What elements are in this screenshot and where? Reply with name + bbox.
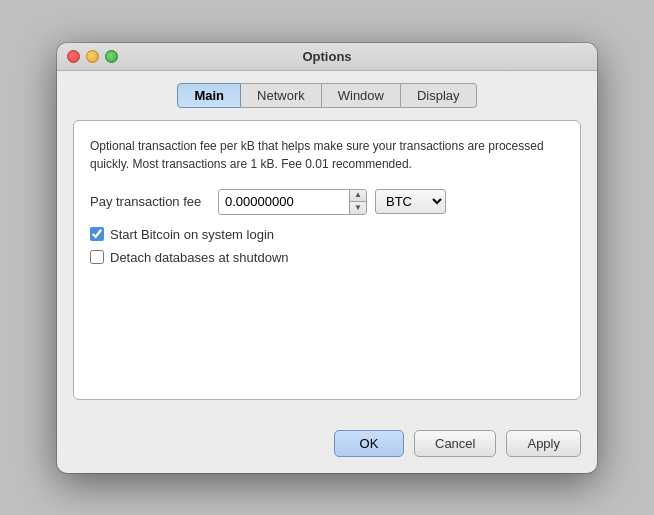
traffic-lights <box>67 50 118 63</box>
apply-button[interactable]: Apply <box>506 430 581 457</box>
tab-bar: Main Network Window Display <box>73 83 581 108</box>
tab-main[interactable]: Main <box>177 83 241 108</box>
close-button[interactable] <box>67 50 80 63</box>
start-login-label: Start Bitcoin on system login <box>110 227 274 242</box>
fee-spinner: ▲ ▼ <box>349 190 366 214</box>
description-text: Optional transaction fee per kB that hel… <box>90 137 564 173</box>
tab-display[interactable]: Display <box>401 83 477 108</box>
detach-db-label: Detach databases at shutdown <box>110 250 289 265</box>
fee-input[interactable] <box>219 191 349 212</box>
ok-button[interactable]: OK <box>334 430 404 457</box>
currency-select[interactable]: BTC mBTC µBTC <box>375 189 446 214</box>
fee-decrement-button[interactable]: ▼ <box>350 202 366 214</box>
title-bar: Options <box>57 43 597 71</box>
start-login-checkbox[interactable] <box>90 227 104 241</box>
window-content: Main Network Window Display Optional tra… <box>57 71 597 473</box>
button-row: OK Cancel Apply <box>73 420 581 457</box>
options-window: Options Main Network Window Display Opti… <box>57 43 597 473</box>
main-panel: Optional transaction fee per kB that hel… <box>73 120 581 400</box>
maximize-button[interactable] <box>105 50 118 63</box>
start-login-row: Start Bitcoin on system login <box>90 227 564 242</box>
minimize-button[interactable] <box>86 50 99 63</box>
detach-db-row: Detach databases at shutdown <box>90 250 564 265</box>
cancel-button[interactable]: Cancel <box>414 430 496 457</box>
fee-label: Pay transaction fee <box>90 194 210 209</box>
tab-network[interactable]: Network <box>241 83 322 108</box>
fee-input-container: ▲ ▼ <box>218 189 367 215</box>
detach-db-checkbox[interactable] <box>90 250 104 264</box>
fee-increment-button[interactable]: ▲ <box>350 190 366 202</box>
tab-window[interactable]: Window <box>322 83 401 108</box>
window-title: Options <box>302 49 351 64</box>
fee-row: Pay transaction fee ▲ ▼ BTC mBTC µBTC <box>90 189 564 215</box>
